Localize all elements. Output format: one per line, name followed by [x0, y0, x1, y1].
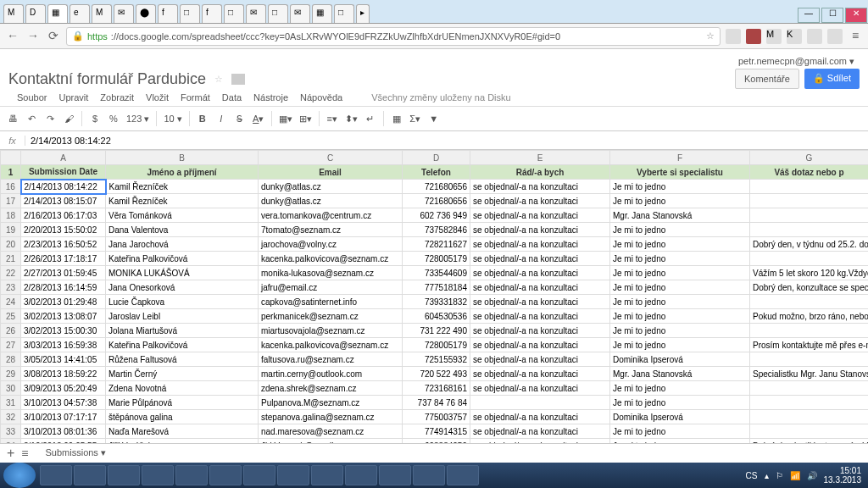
menu-napoveda[interactable]: Nápověda	[300, 92, 342, 103]
browser-tab[interactable]: ✉	[290, 4, 310, 23]
cell[interactable]: Pokud možno, brzo ráno, nebo odp	[750, 309, 869, 324]
cell[interactable]: Jana Onesorková	[106, 280, 259, 295]
header-cell[interactable]: Email	[259, 165, 403, 180]
extension-icon[interactable]: K	[787, 29, 802, 44]
cell[interactable]: Kamil Řezníček	[106, 180, 259, 194]
strikethrough-icon[interactable]: S̶	[234, 114, 246, 125]
cell[interactable]: 2/16/2013 06:17:03	[21, 208, 106, 223]
cell[interactable]: Je mi to jedno	[610, 295, 750, 309]
col-header-D[interactable]: D	[403, 151, 470, 165]
cell[interactable]: miartusovajola@seznam.cz	[259, 324, 403, 338]
cell[interactable]: se objednal/-a na konzultaci	[470, 194, 610, 208]
cell[interactable]: perkmanicek@seznam.cz	[259, 309, 403, 324]
cell[interactable]: Dominika Ipserová	[610, 410, 750, 424]
cell[interactable]: 3/02/2013 13:08:07	[21, 309, 106, 324]
cell[interactable]: Je mi to jedno	[610, 338, 750, 352]
cell[interactable]: se objednal/-a na konzultaci	[470, 352, 610, 367]
cell[interactable]: Jana Jarochová	[106, 237, 259, 252]
taskbar-app-icon[interactable]	[74, 465, 106, 485]
cell[interactable]: se objednal/-a na konzultaci	[470, 295, 610, 309]
spreadsheet-grid[interactable]: A B C D E F G 1 Submission Date Jméno a …	[0, 150, 868, 443]
redo-icon[interactable]: ↷	[44, 114, 56, 125]
extension-icon[interactable]	[827, 29, 843, 44]
cell[interactable]: 731 222 490	[403, 324, 470, 338]
browser-tab[interactable]: M	[3, 4, 24, 23]
taskbar-app-icon[interactable]	[209, 465, 242, 485]
extension-icon[interactable]: M	[766, 29, 782, 44]
cell[interactable]: 737 84 76 84	[403, 396, 470, 410]
cell[interactable]: 2/14/2013 08:14:22	[21, 180, 106, 194]
cell[interactable]: Je mi to jedno	[610, 381, 750, 396]
taskbar-app-icon[interactable]	[243, 465, 275, 485]
cell[interactable]: 3/09/2013 05:20:49	[21, 381, 106, 396]
cell[interactable]: Specialistku Mgr. Janu Stanovsko	[750, 367, 869, 381]
cell[interactable]: 7tomato@seznam.cz	[259, 223, 403, 237]
cell[interactable]: Jolana Miartušová	[106, 324, 259, 338]
cell[interactable]: Je mi to jedno	[610, 424, 750, 439]
cell[interactable]: Je mi to jedno	[610, 439, 750, 444]
wrap-icon[interactable]: ↵	[364, 114, 376, 125]
extension-icon[interactable]	[746, 29, 761, 44]
print-icon[interactable]: 🖶	[7, 114, 19, 124]
row-header[interactable]: 33	[1, 424, 21, 439]
new-tab-button[interactable]: ▸	[356, 4, 370, 23]
valign-icon[interactable]: ⬍▾	[345, 114, 358, 125]
row-header[interactable]: 19	[1, 223, 21, 237]
add-sheet-button[interactable]: +	[7, 446, 14, 461]
cell[interactable]: 604530536	[403, 309, 470, 324]
share-button[interactable]: 🔒 Sdílet	[804, 69, 860, 89]
col-header-B[interactable]: B	[106, 151, 259, 165]
row-header[interactable]: 1	[1, 165, 21, 180]
cell[interactable]: se objednal/-a na konzultaci	[470, 424, 610, 439]
cell[interactable]: 728005179	[403, 338, 470, 352]
cell[interactable]: zdena.shrek@seznam.cz	[259, 381, 403, 396]
cell[interactable]: Jiří Vrzáček	[106, 439, 259, 444]
cell[interactable]: Kateřina Palkovičová	[106, 338, 259, 352]
cell[interactable]: se objednal/-a na konzultaci	[470, 324, 610, 338]
cell[interactable]	[750, 324, 869, 338]
cell[interactable]: kacenka.palkovicova@seznam.cz	[259, 252, 403, 266]
cell[interactable]: štěpánova galina	[106, 410, 259, 424]
folder-icon[interactable]	[231, 74, 245, 85]
extension-icon[interactable]	[807, 29, 822, 44]
cell[interactable]: jarochova@volny.cz	[259, 237, 403, 252]
cell[interactable]: 608884059	[403, 439, 470, 444]
borders-icon[interactable]: ⊞▾	[299, 114, 312, 125]
cell[interactable]: 2/27/2013 01:59:45	[21, 266, 106, 280]
text-color-icon[interactable]: A▾	[253, 114, 264, 125]
cell[interactable]: 774914315	[403, 424, 470, 439]
cell[interactable]: se objednal/-a na konzultaci	[470, 367, 610, 381]
row-header[interactable]: 31	[1, 396, 21, 410]
cell[interactable]: 3/10/2013 09:05:55	[21, 439, 106, 444]
cell[interactable]: 775003757	[403, 410, 470, 424]
row-header[interactable]: 16	[1, 180, 21, 194]
cell[interactable]	[750, 252, 869, 266]
row-header[interactable]: 29	[1, 367, 21, 381]
browser-tab[interactable]: □	[268, 4, 288, 23]
bold-icon[interactable]: B	[197, 114, 209, 124]
tray-up-icon[interactable]: ▴	[765, 471, 769, 480]
comments-button[interactable]: Komentáře	[735, 69, 799, 89]
undo-icon[interactable]: ↶	[25, 114, 37, 125]
col-header-A[interactable]: A	[21, 151, 106, 165]
row-header[interactable]: 27	[1, 338, 21, 352]
document-title[interactable]: Kontaktní formulář Pardubice	[8, 70, 206, 88]
cell[interactable]: 3/10/2013 07:17:17	[21, 410, 106, 424]
header-cell[interactable]: Submission Date	[21, 165, 106, 180]
cell[interactable]: se objednal/-a na konzultaci	[470, 180, 610, 194]
cell[interactable]: 723168161	[403, 381, 470, 396]
menu-soubor[interactable]: Soubor	[17, 92, 47, 103]
sheet-tab-submissions[interactable]: Submissions ▾	[36, 445, 116, 461]
cell[interactable]: Dominika Ipserová	[610, 352, 750, 367]
col-header-E[interactable]: E	[470, 151, 610, 165]
url-input[interactable]: 🔒 https ://docs.google.com/spreadsheet/c…	[66, 27, 721, 46]
cell[interactable]: Jaroslav Leibl	[106, 309, 259, 324]
cell[interactable]: 2/26/2013 17:18:17	[21, 252, 106, 266]
cell[interactable]: Kamil Řezníček	[106, 194, 259, 208]
browser-tab[interactable]: □	[224, 4, 244, 23]
browser-tab[interactable]: ▦	[47, 4, 68, 23]
taskbar-app-icon[interactable]	[311, 465, 343, 485]
browser-tab[interactable]: M	[92, 4, 112, 23]
extension-icon[interactable]	[726, 29, 741, 44]
cell[interactable]: 739331832	[403, 295, 470, 309]
